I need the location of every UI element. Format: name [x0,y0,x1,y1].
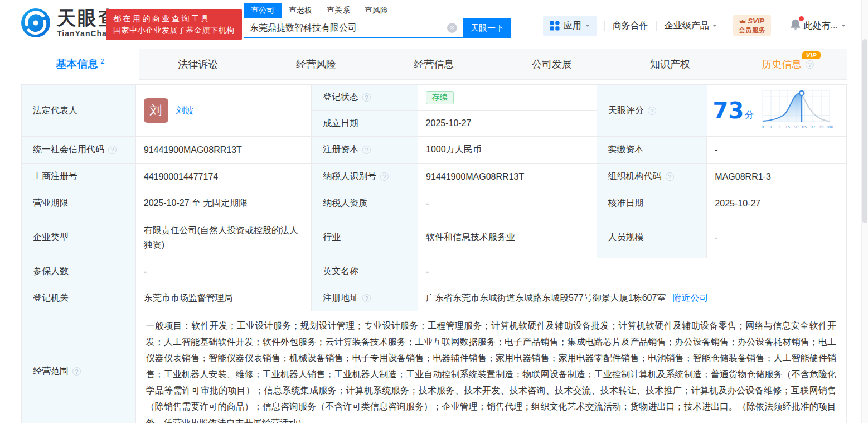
user-name: 此处有... [804,20,838,32]
help-icon[interactable]: ? [648,107,656,115]
legal-rep-value: 刘 刘波 [136,85,312,136]
staff-size-value: - [707,217,846,258]
svg-text:1: 1 [770,125,772,129]
search-row: × 天眼一下 [244,18,511,38]
status-badge: 存续 [426,91,454,104]
tab-operating-info[interactable]: 经营信息 [375,49,493,79]
taxpayer-quality-label: 纳税人资质 [312,190,418,217]
company-type-value: 有限责任公司(自然人投资或控股的法人独资) [136,217,312,258]
business-scope-value: 一般项目：软件开发；工业设计服务；规划设计管理；专业设计服务；工程管理服务；计算… [136,311,846,423]
search-input[interactable] [244,23,447,33]
help-icon[interactable]: ? [362,93,371,102]
status-date-group: 登记状态 ? 存续 成立日期 2025-10-27 [312,85,597,136]
vip-badge: VIP [802,51,821,59]
reg-status-value: 存续 [418,85,597,110]
tab-history[interactable]: 历史信息 ? VIP [729,49,847,79]
taxpayer-quality-value: - [418,190,597,217]
org-code-value: MAG08RR1-3 [707,164,846,190]
reg-capital-value: 1000万人民币 [418,137,597,163]
search-tab-relation[interactable]: 查关系 [319,3,357,18]
divider [779,21,779,31]
table-row: 营业期限 2025-10-27 至 无固定期限 纳税人资质 - 核准日期 202… [22,190,846,217]
reg-address-label: 注册地址 ? [312,285,418,311]
tab-company-development[interactable]: 公司发展 [493,49,611,79]
apps-grid-icon [550,21,560,31]
svg-text:50: 50 [794,125,799,129]
svip-label: SVIP [748,17,764,25]
svg-text:0: 0 [762,125,764,129]
nav-cooperation[interactable]: 商务合作 [613,20,648,32]
paid-capital-label: 实缴资本 [597,137,707,163]
taxpayer-id-value: 91441900MAG08RR13T [418,164,597,190]
table-row: 成立日期 2025-10-27 [312,111,597,137]
legal-rep-link[interactable]: 刘波 [176,105,194,117]
basic-info-table: 法定代表人 刘 刘波 登记状态 ? 存续 成立日期 2025-10-27 天眼评… [21,84,847,423]
reg-address-value: 广东省东莞市东城街道东城路东城段577号御景大厦1栋607室 附近公司 [418,285,846,311]
approval-date-value: 2025-10-27 [707,190,846,217]
notifications-button[interactable] [789,18,802,33]
reg-capital-label: 注册资本 ? [312,137,418,163]
scrollbar-track[interactable] [861,0,868,423]
nearby-companies-link[interactable]: 附近公司 [672,292,708,304]
org-code-label: 组织机构代码 ? [597,164,707,190]
section-tabs: 基本信息 2 法律诉讼 经营风险 经营信息 公司发展 知识产权 历史信息 ? V… [21,49,847,80]
table-row: 登记状态 ? 存续 [312,85,597,111]
help-icon[interactable]: ? [806,60,814,69]
scrollbar-thumb[interactable] [862,39,867,223]
credit-code-label: 统一社会信用代码 ? [22,137,136,163]
svg-text:100: 100 [826,125,833,129]
crown-icon [739,19,746,24]
tab-legal[interactable]: 法律诉讼 [139,49,258,79]
search-tabs: 查公司 查老板 查关系 查风险 [244,3,511,18]
user-menu[interactable]: 此处有... [804,20,846,32]
nav-enterprise[interactable]: 企业级产品 [665,20,717,32]
search-button[interactable]: 天眼一下 [463,18,511,38]
reg-capital-label-text: 注册资本 [323,144,358,156]
help-icon[interactable]: ? [72,367,81,376]
svip-member-button[interactable]: SVIP 会员服务 [733,15,771,36]
help-icon[interactable]: ? [108,146,117,154]
paid-capital-value: - [707,137,846,163]
biz-reg-no-value: 441900014477174 [136,164,312,190]
reg-authority-label: 登记机关 [22,285,136,311]
taxpayer-id-label: 纳税人识别号 ? [312,164,418,190]
svg-text:99: 99 [819,125,824,129]
tab-intellectual-property[interactable]: 知识产权 [611,49,729,79]
tab-basic-info[interactable]: 基本信息 2 [21,49,139,80]
table-row: 法定代表人 刘 刘波 登记状态 ? 存续 成立日期 2025-10-27 天眼评… [22,85,846,137]
staff-size-label: 人员规模 [597,217,707,258]
search-tab-risk[interactable]: 查风险 [357,3,395,18]
help-icon[interactable]: ? [666,172,674,181]
establish-date-value: 2025-10-27 [418,111,597,137]
chevron-down-icon [841,25,846,29]
biz-term-value: 2025-10-27 至 无固定期限 [136,190,312,217]
search-tab-boss[interactable]: 查老板 [282,3,319,18]
help-icon[interactable]: ? [362,146,371,154]
establish-date-label: 成立日期 [312,111,418,137]
reg-authority-value: 东莞市市场监督管理局 [136,285,312,311]
score-label: 天眼评分 ? [597,85,707,136]
english-name-value: - [418,258,846,285]
search-tab-company[interactable]: 查公司 [244,3,282,18]
svg-text:85: 85 [802,125,807,129]
insured-count-label: 参保人数 [22,258,136,285]
notification-dot [799,16,804,21]
tab-history-label: 历史信息 [762,57,802,71]
search-input-wrap: × [244,18,463,38]
avatar[interactable]: 刘 [144,98,168,123]
table-row: 登记机关 东莞市市场监督管理局 注册地址 ? 广东省东莞市东城街道东城路东城段5… [22,285,846,311]
taxpayer-id-label-text: 纳税人识别号 [323,171,376,182]
apps-label: 应用 [564,20,581,32]
help-icon[interactable]: ? [380,172,389,181]
promo-line1: 都在用的商业查询工具 [113,13,235,25]
help-icon[interactable]: ? [362,294,371,302]
tab-operating-risk[interactable]: 经营风险 [257,49,375,79]
table-row: 参保人数 - 英文名称 - [22,258,846,285]
apps-menu[interactable]: 应用 [543,16,597,36]
svg-text:3: 3 [778,125,780,129]
biz-reg-no-label: 工商注册号 [22,164,136,190]
score-label-text: 天眼评分 [608,105,644,117]
clear-icon[interactable]: × [447,23,457,33]
score-number: 73 [713,98,744,123]
svg-text:15: 15 [785,125,791,129]
